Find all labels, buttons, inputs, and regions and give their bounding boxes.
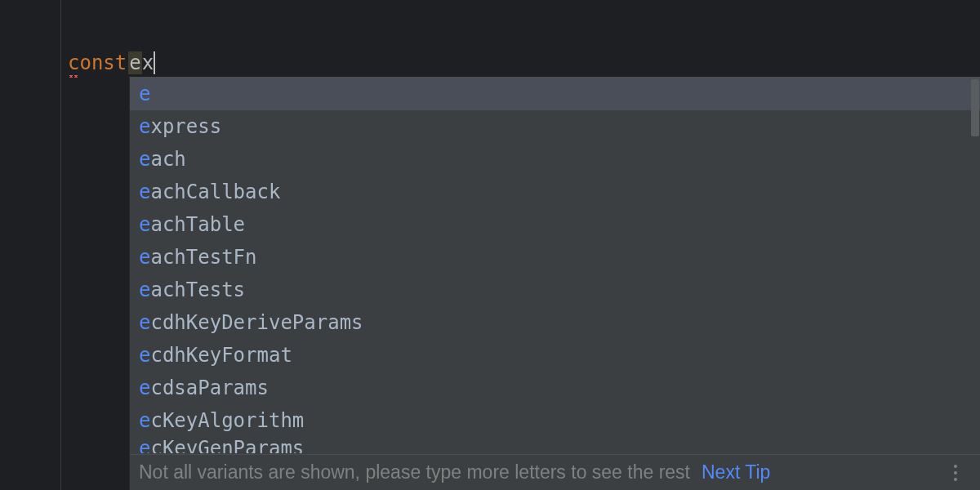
suggestion-item[interactable]: eachTestFn [130,241,980,274]
suggestion-match: e [139,213,150,236]
autocomplete-popup: eexpresseacheachCallbackeachTableeachTes… [129,77,980,490]
suggestion-rest: achTable [150,213,245,236]
text-cursor [154,51,155,74]
suggestion-item[interactable]: eachCallback [130,176,980,208]
selection-highlight: e [128,51,141,74]
typed-text: ex [128,49,154,77]
suggestion-rest: cdsaParams [150,376,269,399]
suggestion-rest: ach [150,148,185,171]
suggestion-rest: achCallback [150,180,280,203]
suggestion-rest: cdhKeyFormat [150,344,292,367]
suggestion-match: e [139,278,150,301]
suggestion-item[interactable]: ecdsaParams [130,372,980,404]
suggestion-item-partial[interactable]: ecKeyGenParams [130,437,980,453]
scrollbar-thumb[interactable] [971,79,979,136]
more-options-icon[interactable] [951,461,960,484]
suggestion-match: e [139,180,150,203]
suggestion-rest: achTestFn [150,246,256,269]
suggestion-item[interactable]: ecKeyAlgorithm [130,404,980,437]
suggestion-rest: achTests [150,278,245,301]
autocomplete-footer: Not all variants are shown, please type … [130,454,980,490]
suggestion-item[interactable]: e [130,78,980,110]
suggestion-rest: cdhKeyDeriveParams [150,311,363,334]
footer-hint-text: Not all variants are shown, please type … [139,461,690,483]
editor-gutter [0,0,61,490]
scrollbar-track[interactable] [971,78,979,454]
suggestion-match: e [139,344,150,367]
code-line[interactable]: const ex [68,49,980,77]
keyword-const: const [68,49,127,77]
suggestion-item[interactable]: eachTests [130,274,980,306]
suggestion-match: e [139,376,150,399]
next-tip-link[interactable]: Next Tip [702,461,770,483]
suggestion-rest: cKeyAlgorithm [150,409,304,432]
suggestion-match: e [139,246,150,269]
suggestion-match: e [139,311,150,334]
suggestion-match: e [139,148,150,171]
suggestion-match: e [139,82,150,105]
suggestion-list[interactable]: eexpresseacheachCallbackeachTableeachTes… [130,78,980,454]
suggestion-item[interactable]: ecdhKeyFormat [130,339,980,372]
suggestion-rest: xpress [150,115,221,138]
suggestion-item[interactable]: eachTable [130,208,980,241]
suggestion-match: e [139,409,150,432]
suggestion-match: e [139,115,150,138]
suggestion-item[interactable]: express [130,110,980,143]
error-underline [69,75,78,78]
suggestion-item[interactable]: ecdhKeyDeriveParams [130,306,980,339]
suggestion-item[interactable]: each [130,143,980,176]
